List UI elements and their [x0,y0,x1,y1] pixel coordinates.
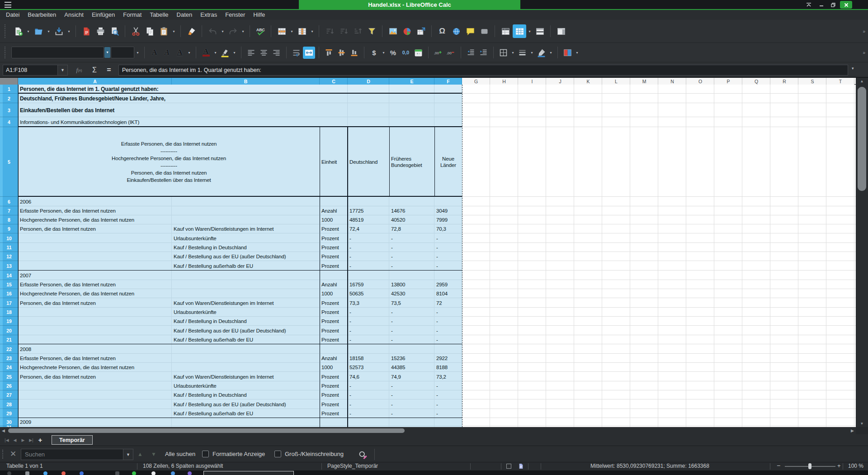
border-style-dropdown[interactable]: ▾ [529,51,535,55]
cell-B30[interactable] [172,418,320,426]
insert-chart-button[interactable] [400,24,414,38]
taskbar-app-icon[interactable] [43,471,47,475]
cell-C16[interactable]: 1000 [320,289,348,298]
unselected-cells-row-15[interactable] [462,280,856,289]
cell-A21[interactable] [18,335,172,344]
cell-B3[interactable] [172,103,320,117]
cell-A4[interactable]: Informations- und Kommunikationstechnolo… [18,117,172,127]
cell-D20[interactable]: - [348,326,389,335]
cell-E9[interactable]: 72,8 [389,224,434,233]
unselected-cells-row-17[interactable] [462,298,856,308]
insert-hyperlink-button[interactable] [449,24,463,38]
zoom-out-button[interactable]: − [777,462,780,469]
cell-E10[interactable]: - [389,233,434,243]
unselected-cells-row-6[interactable] [462,197,856,206]
undo-dropdown[interactable]: ▾ [220,29,226,33]
column-header-R[interactable]: R [770,78,798,85]
taskbar-app-icon[interactable] [7,471,11,475]
cell-B16[interactable] [172,289,320,298]
taskbar-app-icon[interactable] [188,471,192,475]
scroll-down-icon[interactable]: ▼ [856,422,868,426]
cell-A1[interactable]: Personen, die das Internet im 1. Quartal… [18,85,172,94]
row-header-15[interactable]: 15 [0,280,18,289]
name-box[interactable] [3,65,58,76]
print-preview-button[interactable] [108,24,121,38]
formatted-display-label[interactable]: Formatierte Anzeige [212,451,265,457]
cell-A29[interactable] [18,409,172,418]
italic-button[interactable]: A [161,47,173,59]
keep-above-button[interactable] [804,1,814,9]
zoom-level[interactable]: 100 % [848,463,863,469]
cell-F23[interactable]: 2922 [434,354,462,363]
column-header-B[interactable]: B [172,78,320,85]
unselected-cells-row-10[interactable] [462,233,856,243]
unselected-cells-row-16[interactable] [462,289,856,298]
cell-E8[interactable]: 40520 [389,215,434,224]
cell-B21[interactable]: Kauf / Bestellung außerhalb der EU [172,335,320,344]
cell-B2[interactable] [172,94,320,103]
cell-C17[interactable]: Prozent [320,298,348,308]
cell-D19[interactable]: - [348,317,389,326]
cell-B28[interactable]: Kauf / Bestellung aus der EU (außer Deut… [172,399,320,409]
align-center-button[interactable] [258,47,270,59]
search-input[interactable] [21,449,123,460]
cell-E24[interactable]: 44385 [389,363,434,372]
row-header-2[interactable]: 2 [0,94,18,103]
row-header-9[interactable]: 9 [0,224,18,233]
cell-E22[interactable] [389,344,434,354]
unselected-cells-row-28[interactable] [462,399,856,409]
cell-E28[interactable]: - [389,399,434,409]
minimize-button[interactable] [816,1,826,9]
highlighting-color-dropdown[interactable]: ▾ [231,51,237,55]
autofilter-button[interactable] [365,24,378,38]
unselected-cells-row-30[interactable] [462,418,856,426]
cell-E6[interactable] [389,197,434,206]
cell-B6[interactable] [172,197,320,206]
unselected-cells-row-13[interactable] [462,261,856,271]
cell-E5[interactable]: Früheres Bundesgebi­et [389,127,434,197]
cell-E2[interactable] [389,94,434,103]
cell-A27[interactable] [18,390,172,399]
cell-E4[interactable] [389,117,434,127]
cell-E27[interactable]: - [389,390,434,399]
menu-hamburger-icon[interactable] [5,2,11,8]
vertical-scrollbar[interactable]: ▲ ▼ [856,78,868,427]
cell-A2[interactable]: Deutschland, Früheres Bundesgebiet/Neue … [18,94,172,103]
column-header-K[interactable]: K [574,78,602,85]
cell-F27[interactable]: - [434,390,462,399]
cell-C26[interactable]: Prozent [320,381,348,390]
format-number-button[interactable]: 0,0 [400,47,412,59]
name-box-dropdown[interactable]: ▼ [58,65,68,76]
border-color-dropdown[interactable]: ▾ [548,51,554,55]
column-header-S[interactable]: S [798,78,826,85]
wrap-text-button[interactable] [290,47,302,59]
cell-F20[interactable]: - [434,326,462,335]
unselected-cells-row-11[interactable] [462,243,856,252]
equals-icon[interactable]: = [103,62,115,78]
column-header-P[interactable]: P [714,78,742,85]
cell-D4[interactable] [348,117,389,127]
row-header-29[interactable]: 29 [0,409,18,418]
cell-E14[interactable] [389,271,434,280]
match-case-checkbox[interactable] [274,451,281,457]
scroll-left-icon[interactable]: ◀ [2,428,5,433]
cell-A17[interactable]: Personen, die das Internet nutzen [18,298,172,308]
page-style[interactable]: PageStyle_Temporär [327,463,378,469]
cell-E23[interactable]: 15236 [389,354,434,363]
cell-A28[interactable] [18,399,172,409]
cell-F13[interactable]: - [434,261,462,271]
cell-C27[interactable]: Prozent [320,390,348,399]
unselected-cells-row-8[interactable] [462,215,856,224]
cell-C8[interactable]: 1000 [320,215,348,224]
statistics[interactable]: Mittelwert: 8530,09230769231; Summe: 166… [590,463,709,469]
row-header-6[interactable]: 6 [0,197,18,206]
column-header-H[interactable]: H [490,78,518,85]
cell-C2[interactable] [320,94,348,103]
unselected-cells-row-26[interactable] [462,381,856,390]
redo-dropdown[interactable]: ▾ [240,29,246,33]
row-header-14[interactable]: 14 [0,271,18,280]
center-vertically-button[interactable] [335,47,348,59]
cell-D14[interactable] [348,271,389,280]
cell-F2[interactable] [434,94,462,103]
cell-F29[interactable]: - [434,409,462,418]
